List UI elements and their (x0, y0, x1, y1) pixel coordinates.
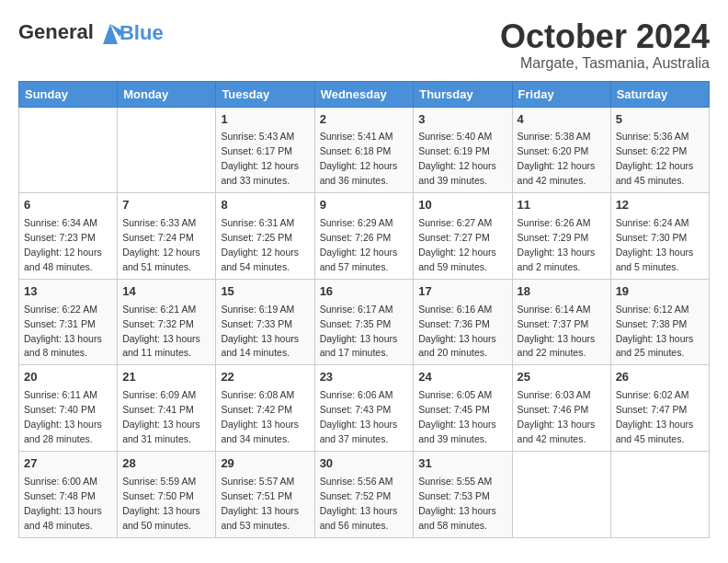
day-cell: 25Sunrise: 6:03 AM Sunset: 7:46 PM Dayli… (512, 365, 610, 452)
day-cell: 17Sunrise: 6:16 AM Sunset: 7:36 PM Dayli… (414, 279, 512, 365)
day-number: 2 (320, 111, 409, 129)
day-info: Sunrise: 5:43 AM Sunset: 6:17 PM Dayligh… (221, 131, 299, 186)
week-row-0: 1Sunrise: 5:43 AM Sunset: 6:17 PM Daylig… (19, 107, 710, 193)
day-number: 24 (418, 369, 506, 386)
day-number: 4 (518, 111, 606, 129)
day-number: 5 (616, 111, 704, 129)
day-number: 23 (320, 369, 409, 386)
day-cell: 30Sunrise: 5:56 AM Sunset: 7:52 PM Dayli… (314, 451, 414, 537)
header-cell-wednesday: Wednesday (314, 81, 414, 107)
day-cell (610, 451, 709, 537)
day-cell: 22Sunrise: 6:08 AM Sunset: 7:42 PM Dayli… (216, 365, 314, 452)
week-row-4: 27Sunrise: 6:00 AM Sunset: 7:48 PM Dayli… (19, 451, 710, 537)
day-number: 17 (418, 283, 506, 301)
day-number: 9 (320, 197, 409, 214)
calendar-header: SundayMondayTuesdayWednesdayThursdayFrid… (19, 81, 710, 107)
day-number: 26 (616, 369, 704, 386)
calendar-subtitle: Margate, Tasmania, Australia (500, 55, 710, 72)
day-info: Sunrise: 6:29 AM Sunset: 7:26 PM Dayligh… (320, 217, 398, 272)
header-row: SundayMondayTuesdayWednesdayThursdayFrid… (19, 81, 710, 107)
day-info: Sunrise: 6:12 AM Sunset: 7:38 PM Dayligh… (616, 304, 694, 359)
day-cell: 6Sunrise: 6:34 AM Sunset: 7:23 PM Daylig… (19, 193, 118, 280)
day-number: 3 (418, 111, 506, 129)
calendar-table: SundayMondayTuesdayWednesdayThursdayFrid… (18, 81, 710, 538)
day-info: Sunrise: 6:02 AM Sunset: 7:47 PM Dayligh… (616, 389, 694, 444)
day-number: 19 (616, 283, 704, 301)
page-header: General Blue October 2024 Margate, Tasma… (18, 18, 710, 72)
day-number: 15 (221, 283, 309, 301)
day-info: Sunrise: 5:41 AM Sunset: 6:18 PM Dayligh… (320, 131, 398, 186)
day-info: Sunrise: 6:24 AM Sunset: 7:30 PM Dayligh… (616, 217, 694, 272)
day-cell: 11Sunrise: 6:26 AM Sunset: 7:29 PM Dayli… (512, 193, 610, 280)
day-info: Sunrise: 6:31 AM Sunset: 7:25 PM Dayligh… (221, 217, 299, 272)
day-cell (118, 107, 216, 193)
day-cell: 24Sunrise: 6:05 AM Sunset: 7:45 PM Dayli… (414, 365, 512, 452)
header-cell-sunday: Sunday (19, 81, 118, 107)
day-cell: 1Sunrise: 5:43 AM Sunset: 6:17 PM Daylig… (216, 107, 314, 193)
day-cell: 27Sunrise: 6:00 AM Sunset: 7:48 PM Dayli… (19, 451, 118, 537)
day-cell: 14Sunrise: 6:21 AM Sunset: 7:32 PM Dayli… (118, 279, 216, 365)
day-cell: 9Sunrise: 6:29 AM Sunset: 7:26 PM Daylig… (314, 193, 414, 280)
day-cell: 13Sunrise: 6:22 AM Sunset: 7:31 PM Dayli… (19, 279, 118, 365)
header-cell-monday: Monday (118, 81, 216, 107)
day-info: Sunrise: 6:17 AM Sunset: 7:35 PM Dayligh… (320, 304, 398, 359)
day-info: Sunrise: 6:21 AM Sunset: 7:32 PM Dayligh… (122, 304, 200, 359)
day-info: Sunrise: 6:33 AM Sunset: 7:24 PM Dayligh… (122, 217, 200, 272)
day-number: 13 (24, 283, 112, 301)
header-cell-thursday: Thursday (414, 81, 512, 107)
day-info: Sunrise: 6:05 AM Sunset: 7:45 PM Dayligh… (418, 389, 496, 444)
day-cell: 23Sunrise: 6:06 AM Sunset: 7:43 PM Dayli… (314, 365, 414, 452)
day-info: Sunrise: 6:14 AM Sunset: 7:37 PM Dayligh… (518, 304, 596, 359)
day-number: 6 (24, 197, 112, 214)
day-info: Sunrise: 5:56 AM Sunset: 7:52 PM Dayligh… (320, 476, 398, 531)
day-info: Sunrise: 5:36 AM Sunset: 6:22 PM Dayligh… (616, 131, 694, 186)
day-number: 8 (221, 197, 309, 214)
day-info: Sunrise: 6:06 AM Sunset: 7:43 PM Dayligh… (320, 389, 398, 444)
week-row-3: 20Sunrise: 6:11 AM Sunset: 7:40 PM Dayli… (19, 365, 710, 452)
day-number: 18 (518, 283, 606, 301)
week-row-2: 13Sunrise: 6:22 AM Sunset: 7:31 PM Dayli… (19, 279, 710, 365)
day-cell: 19Sunrise: 6:12 AM Sunset: 7:38 PM Dayli… (610, 279, 709, 365)
day-cell: 7Sunrise: 6:33 AM Sunset: 7:24 PM Daylig… (118, 193, 216, 280)
day-info: Sunrise: 6:08 AM Sunset: 7:42 PM Dayligh… (221, 389, 299, 444)
day-info: Sunrise: 6:27 AM Sunset: 7:27 PM Dayligh… (418, 217, 496, 272)
day-cell: 10Sunrise: 6:27 AM Sunset: 7:27 PM Dayli… (414, 193, 512, 280)
day-info: Sunrise: 5:40 AM Sunset: 6:19 PM Dayligh… (418, 131, 496, 186)
day-cell: 18Sunrise: 6:14 AM Sunset: 7:37 PM Dayli… (512, 279, 610, 365)
week-row-1: 6Sunrise: 6:34 AM Sunset: 7:23 PM Daylig… (19, 193, 710, 280)
title-block: October 2024 Margate, Tasmania, Australi… (500, 18, 710, 72)
day-number: 25 (518, 369, 606, 386)
day-number: 7 (122, 197, 210, 214)
day-cell: 15Sunrise: 6:19 AM Sunset: 7:33 PM Dayli… (216, 279, 314, 365)
day-number: 11 (518, 197, 606, 214)
day-number: 12 (616, 197, 704, 214)
day-cell: 5Sunrise: 5:36 AM Sunset: 6:22 PM Daylig… (610, 107, 709, 193)
day-cell: 21Sunrise: 6:09 AM Sunset: 7:41 PM Dayli… (118, 365, 216, 452)
day-cell (512, 451, 610, 537)
day-number: 27 (24, 455, 112, 473)
day-info: Sunrise: 5:55 AM Sunset: 7:53 PM Dayligh… (418, 476, 496, 531)
day-cell: 16Sunrise: 6:17 AM Sunset: 7:35 PM Dayli… (314, 279, 414, 365)
day-cell: 12Sunrise: 6:24 AM Sunset: 7:30 PM Dayli… (610, 193, 709, 280)
logo-blue: Blue (119, 21, 164, 44)
day-number: 29 (221, 455, 309, 473)
day-number: 20 (24, 369, 112, 386)
header-cell-tuesday: Tuesday (216, 81, 314, 107)
day-info: Sunrise: 6:19 AM Sunset: 7:33 PM Dayligh… (221, 304, 299, 359)
day-cell: 4Sunrise: 5:38 AM Sunset: 6:20 PM Daylig… (512, 107, 610, 193)
day-number: 16 (320, 283, 409, 301)
day-number: 14 (122, 283, 210, 301)
day-number: 22 (221, 369, 309, 386)
day-number: 1 (221, 111, 309, 129)
day-number: 31 (418, 455, 506, 473)
day-number: 30 (320, 455, 409, 473)
day-cell: 29Sunrise: 5:57 AM Sunset: 7:51 PM Dayli… (216, 451, 314, 537)
day-cell: 2Sunrise: 5:41 AM Sunset: 6:18 PM Daylig… (314, 107, 414, 193)
day-number: 21 (122, 369, 210, 386)
calendar-body: 1Sunrise: 5:43 AM Sunset: 6:17 PM Daylig… (19, 107, 710, 537)
header-cell-friday: Friday (512, 81, 610, 107)
day-cell: 31Sunrise: 5:55 AM Sunset: 7:53 PM Dayli… (414, 451, 512, 537)
day-number: 10 (418, 197, 506, 214)
calendar-title: October 2024 (500, 18, 710, 55)
day-info: Sunrise: 6:26 AM Sunset: 7:29 PM Dayligh… (518, 217, 596, 272)
